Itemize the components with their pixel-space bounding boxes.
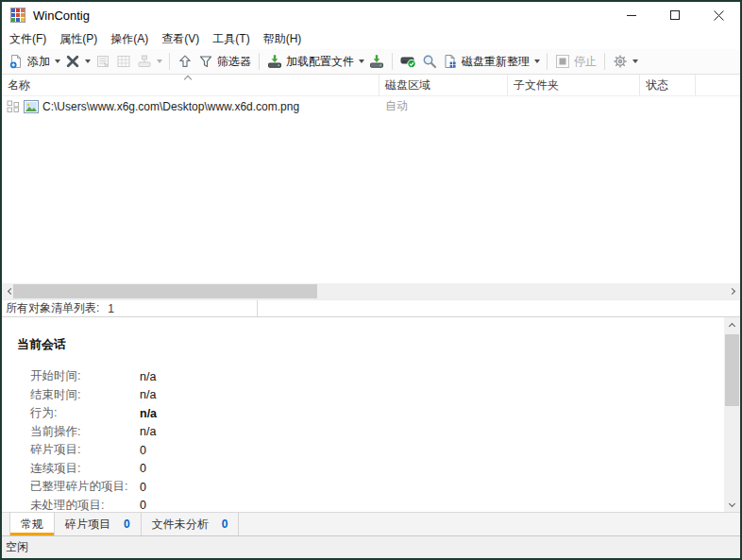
maximize-button[interactable] <box>653 2 697 28</box>
sort-ascending-icon <box>184 76 192 83</box>
filter-button-label: 筛选器 <box>217 54 251 70</box>
tab-general[interactable]: 常规 <box>9 513 55 535</box>
drive-tools-dropdown-caret[interactable] <box>157 59 162 63</box>
add-dropdown-caret[interactable] <box>55 59 60 63</box>
session-field-row: 连续项目: 0 <box>17 460 740 479</box>
field-label: 连续项目: <box>30 461 140 477</box>
load-profile-icon <box>267 54 282 69</box>
load-profile-dropdown-caret[interactable] <box>359 59 364 63</box>
remove-dropdown-caret[interactable] <box>85 59 91 63</box>
add-file-icon <box>8 54 24 69</box>
toolbar-separator <box>169 53 170 70</box>
bottom-tab-bar: 常规 碎片项目 0 文件未分析 0 <box>2 512 740 535</box>
defragment-icon <box>443 54 458 69</box>
session-field-row: 已整理碎片的项目: 0 <box>17 478 740 497</box>
properties-button[interactable] <box>93 51 113 72</box>
column-header-subfolder-label: 子文件夹 <box>514 77 559 93</box>
menu-file[interactable]: 文件(F) <box>3 28 53 50</box>
file-path: C:\Users\www.x6g.com\Desktop\www.x6d.com… <box>42 100 299 113</box>
scroll-up-button[interactable] <box>724 317 740 332</box>
column-header-filler <box>696 75 740 95</box>
column-header-name[interactable]: 名称 <box>2 75 379 95</box>
search-button[interactable] <box>419 51 440 72</box>
stop-icon <box>555 54 570 69</box>
tab-files-not-analyzed-count: 0 <box>222 518 228 531</box>
remove-button[interactable] <box>62 51 83 72</box>
horizontal-scrollbar[interactable] <box>2 283 740 299</box>
analyze-button[interactable] <box>397 51 419 72</box>
field-label: 当前操作: <box>30 424 140 440</box>
tab-fragmented-items[interactable]: 碎片项目 0 <box>55 513 142 535</box>
move-up-button[interactable] <box>175 51 195 72</box>
column-header-status[interactable]: 状态 <box>640 75 696 95</box>
summary-divider <box>257 300 258 316</box>
session-field-row: 行为: n/a <box>17 404 740 423</box>
scroll-down-button[interactable] <box>724 497 740 512</box>
grid-view-icon <box>116 54 131 69</box>
list-summary-label: 所有对象清单列表: <box>2 300 99 316</box>
field-label: 结束时间: <box>30 387 140 403</box>
scroll-right-button[interactable] <box>725 283 740 299</box>
status-text: 空闲 <box>2 539 28 555</box>
menu-view[interactable]: 查看(V) <box>155 28 206 50</box>
title-bar: WinContig <box>2 2 740 28</box>
column-header-subfolder[interactable]: 子文件夹 <box>508 75 640 95</box>
toolbar-separator <box>259 53 260 70</box>
minimize-button[interactable] <box>610 2 653 28</box>
column-header-name-label: 名称 <box>8 77 30 93</box>
tab-files-not-analyzed[interactable]: 文件未分析 0 <box>142 513 240 535</box>
grid-view-button[interactable] <box>113 51 134 72</box>
add-button[interactable]: 添加 <box>6 51 53 73</box>
tab-files-not-analyzed-label: 文件未分析 <box>152 517 209 533</box>
filter-button[interactable]: 筛选器 <box>195 51 254 73</box>
column-header-disk-area-label: 磁盘区域 <box>385 77 430 93</box>
chevron-up-icon <box>729 322 735 329</box>
menu-tools[interactable]: 工具(T) <box>206 28 256 50</box>
session-title: 当前会话 <box>17 336 740 353</box>
tab-fragmented-items-label: 碎片项目 <box>65 517 110 533</box>
fragment-blocks-icon <box>7 100 20 113</box>
field-label: 开始时间: <box>30 368 140 384</box>
defragment-button[interactable]: 磁盘重新整理 <box>440 51 532 73</box>
field-value: n/a <box>140 388 156 401</box>
menu-properties[interactable]: 属性(P) <box>53 28 104 50</box>
load-profile-label: 加载配置文件 <box>286 54 354 70</box>
drive-tools-button[interactable] <box>134 51 155 72</box>
column-header-disk-area[interactable]: 磁盘区域 <box>379 75 508 95</box>
save-profile-button[interactable] <box>366 51 387 72</box>
session-panel: 当前会话 开始时间: n/a 结束时间: n/a 行为: n/a 当前操作: n… <box>2 317 740 512</box>
stop-button-label: 停止 <box>574 54 597 70</box>
table-row[interactable]: C:\Users\www.x6g.com\Desktop\www.x6d.com… <box>2 96 740 116</box>
horizontal-scrollbar-thumb[interactable] <box>13 284 317 298</box>
tab-fragmented-items-count: 0 <box>124 518 130 531</box>
menu-bar: 文件(F) 属性(P) 操作(A) 查看(V) 工具(T) 帮助(H) <box>2 28 740 49</box>
close-button[interactable] <box>697 2 740 28</box>
vertical-scrollbar-thumb[interactable] <box>725 334 739 406</box>
settings-dropdown-caret[interactable] <box>632 59 638 63</box>
field-value: 0 <box>140 481 146 494</box>
field-value: n/a <box>140 425 156 438</box>
defragment-dropdown-caret[interactable] <box>534 59 540 63</box>
toolbar-separator <box>604 53 605 70</box>
field-label: 未处理的项目: <box>30 498 140 512</box>
field-label: 已整理碎片的项目: <box>30 479 140 495</box>
field-label: 行为: <box>30 405 140 421</box>
settings-button[interactable] <box>610 51 631 72</box>
stop-button[interactable]: 停止 <box>552 51 599 73</box>
move-up-icon <box>177 54 193 69</box>
chevron-right-icon <box>728 288 734 295</box>
menu-help[interactable]: 帮助(H) <box>257 28 309 50</box>
menu-actions[interactable]: 操作(A) <box>104 28 155 50</box>
toolbar-separator <box>547 53 548 70</box>
defragment-button-label: 磁盘重新整理 <box>462 54 530 70</box>
analyze-drive-icon <box>400 54 416 69</box>
session-field-row: 当前操作: n/a <box>17 423 740 442</box>
window-title: WinContig <box>33 8 90 23</box>
session-field-row: 碎片项目: 0 <box>17 441 740 460</box>
list-summary-count: 1 <box>108 302 114 315</box>
list-summary-bar: 所有对象清单列表: 1 <box>2 299 740 317</box>
status-bar: 空闲 <box>2 535 740 558</box>
load-profile-button[interactable]: 加载配置文件 <box>264 51 357 73</box>
drive-tools-icon <box>137 54 152 69</box>
vertical-scrollbar[interactable] <box>724 317 740 512</box>
